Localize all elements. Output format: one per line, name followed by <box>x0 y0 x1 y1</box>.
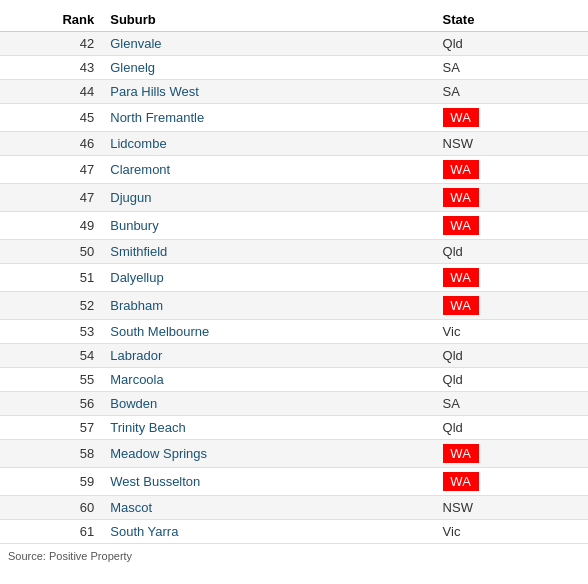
suburb-cell[interactable]: South Melbourne <box>102 320 434 344</box>
rank-cell: 45 <box>0 104 102 132</box>
state-badge: WA <box>443 160 479 179</box>
suburb-cell[interactable]: Bunbury <box>102 212 434 240</box>
table-row: 52BrabhamWA <box>0 292 588 320</box>
state-label: NSW <box>443 136 473 151</box>
state-cell: SA <box>435 56 588 80</box>
suburb-cell[interactable]: Para Hills West <box>102 80 434 104</box>
state-cell: NSW <box>435 132 588 156</box>
suburb-cell[interactable]: Glenvale <box>102 32 434 56</box>
state-badge: WA <box>443 188 479 207</box>
state-cell: WA <box>435 104 588 132</box>
rank-cell: 42 <box>0 32 102 56</box>
state-cell: WA <box>435 292 588 320</box>
table-row: 47DjugunWA <box>0 184 588 212</box>
table-row: 43GlenelgSA <box>0 56 588 80</box>
suburb-cell[interactable]: Lidcombe <box>102 132 434 156</box>
state-cell: SA <box>435 80 588 104</box>
table-row: 59West BusseltonWA <box>0 468 588 496</box>
state-cell: Vic <box>435 520 588 544</box>
table-row: 49BunburyWA <box>0 212 588 240</box>
rank-cell: 55 <box>0 368 102 392</box>
state-label: NSW <box>443 500 473 515</box>
suburb-cell[interactable]: North Fremantle <box>102 104 434 132</box>
rank-cell: 57 <box>0 416 102 440</box>
state-label: Qld <box>443 36 463 51</box>
rank-header: Rank <box>0 8 102 32</box>
table-row: 42GlenvaleQld <box>0 32 588 56</box>
table-row: 55MarcoolaQld <box>0 368 588 392</box>
suburb-cell[interactable]: Brabham <box>102 292 434 320</box>
state-cell: WA <box>435 468 588 496</box>
suburb-cell[interactable]: Labrador <box>102 344 434 368</box>
state-cell: Vic <box>435 320 588 344</box>
state-badge: WA <box>443 472 479 491</box>
state-label: SA <box>443 396 460 411</box>
suburb-cell[interactable]: West Busselton <box>102 468 434 496</box>
table-row: 47ClaremontWA <box>0 156 588 184</box>
suburb-cell[interactable]: Mascot <box>102 496 434 520</box>
suburb-header: Suburb <box>102 8 434 32</box>
rank-cell: 60 <box>0 496 102 520</box>
suburb-cell[interactable]: Dalyellup <box>102 264 434 292</box>
rank-cell: 46 <box>0 132 102 156</box>
state-label: SA <box>443 60 460 75</box>
state-cell: WA <box>435 184 588 212</box>
state-cell: WA <box>435 156 588 184</box>
table-row: 58Meadow SpringsWA <box>0 440 588 468</box>
state-badge: WA <box>443 108 479 127</box>
suburb-cell[interactable]: Djugun <box>102 184 434 212</box>
rank-cell: 52 <box>0 292 102 320</box>
table-row: 50SmithfieldQld <box>0 240 588 264</box>
state-header: State <box>435 8 588 32</box>
state-badge: WA <box>443 216 479 235</box>
state-cell: WA <box>435 264 588 292</box>
state-label: Qld <box>443 372 463 387</box>
rank-cell: 47 <box>0 184 102 212</box>
suburb-cell[interactable]: Bowden <box>102 392 434 416</box>
suburb-cell[interactable]: Claremont <box>102 156 434 184</box>
state-label: Qld <box>443 244 463 259</box>
state-label: Vic <box>443 324 461 339</box>
suburb-cell[interactable]: Marcoola <box>102 368 434 392</box>
suburb-cell[interactable]: Smithfield <box>102 240 434 264</box>
rank-cell: 44 <box>0 80 102 104</box>
rank-cell: 47 <box>0 156 102 184</box>
rank-cell: 56 <box>0 392 102 416</box>
rankings-table: Rank Suburb State 42GlenvaleQld43Glenelg… <box>0 8 588 544</box>
state-label: Qld <box>443 420 463 435</box>
table-row: 46LidcombeNSW <box>0 132 588 156</box>
state-label: Qld <box>443 348 463 363</box>
state-cell: Qld <box>435 416 588 440</box>
rank-cell: 43 <box>0 56 102 80</box>
state-label: Vic <box>443 524 461 539</box>
table-row: 56BowdenSA <box>0 392 588 416</box>
state-cell: WA <box>435 212 588 240</box>
state-cell: Qld <box>435 240 588 264</box>
state-cell: Qld <box>435 32 588 56</box>
rank-cell: 50 <box>0 240 102 264</box>
suburb-cell[interactable]: South Yarra <box>102 520 434 544</box>
rank-cell: 59 <box>0 468 102 496</box>
suburb-cell[interactable]: Glenelg <box>102 56 434 80</box>
rank-cell: 58 <box>0 440 102 468</box>
suburb-cell[interactable]: Trinity Beach <box>102 416 434 440</box>
suburb-cell[interactable]: Meadow Springs <box>102 440 434 468</box>
state-cell: NSW <box>435 496 588 520</box>
state-badge: WA <box>443 296 479 315</box>
table-row: 60MascotNSW <box>0 496 588 520</box>
table-row: 54LabradorQld <box>0 344 588 368</box>
state-cell: Qld <box>435 368 588 392</box>
source-text: Source: Positive Property <box>0 544 588 566</box>
table-row: 57Trinity BeachQld <box>0 416 588 440</box>
state-cell: SA <box>435 392 588 416</box>
rank-cell: 61 <box>0 520 102 544</box>
state-cell: Qld <box>435 344 588 368</box>
table-row: 45North FremantleWA <box>0 104 588 132</box>
state-badge: WA <box>443 444 479 463</box>
table-row: 53South MelbourneVic <box>0 320 588 344</box>
state-label: SA <box>443 84 460 99</box>
table-row: 44Para Hills WestSA <box>0 80 588 104</box>
rank-cell: 49 <box>0 212 102 240</box>
rank-cell: 54 <box>0 344 102 368</box>
rank-cell: 51 <box>0 264 102 292</box>
